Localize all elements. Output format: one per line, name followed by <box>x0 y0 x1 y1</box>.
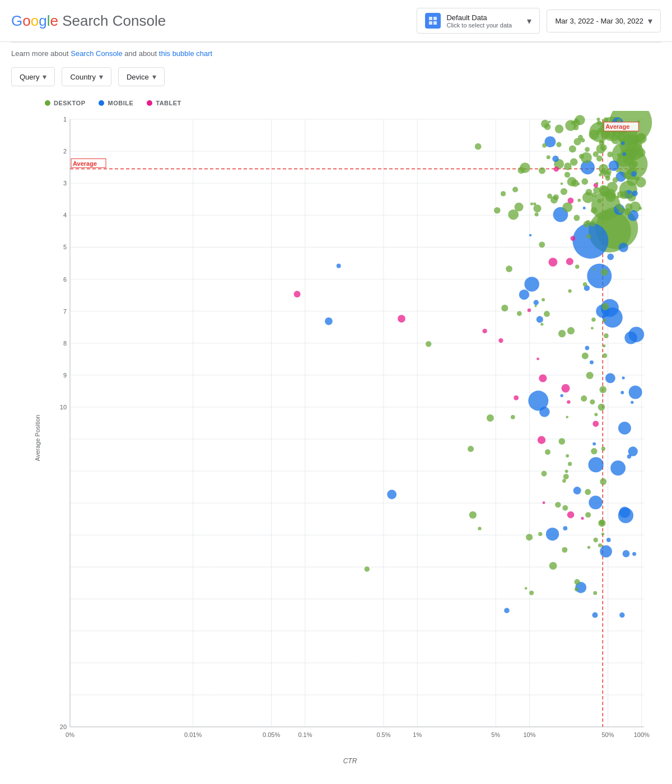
country-filter-button[interactable]: Country ▾ <box>62 67 111 86</box>
sub-header-text: Learn more about Search Console and abou… <box>11 49 212 58</box>
date-range-text: Mar 3, 2022 - Mar 30, 2022 <box>555 17 643 25</box>
logo-g: G <box>11 12 22 29</box>
filter-bar: Query ▾ Country ▾ Device ▾ <box>0 64 672 94</box>
data-selector-button[interactable]: Default Data Click to select your data ▾ <box>417 8 540 34</box>
device-filter-button[interactable]: Device ▾ <box>118 67 165 86</box>
svg-rect-3 <box>433 21 437 25</box>
svg-rect-1 <box>433 17 437 20</box>
legend-tablet-dot <box>147 100 152 106</box>
country-filter-arrow-icon: ▾ <box>99 72 103 81</box>
chart-wrapper: Average Position CTR <box>39 111 661 765</box>
data-selector-title: Default Data <box>446 13 521 22</box>
search-console-link[interactable]: Search Console <box>71 49 123 58</box>
data-selector-text: Default Data Click to select your data <box>446 13 521 29</box>
legend-tablet-label: TABLET <box>156 100 181 106</box>
x-axis-label: CTR <box>39 757 661 765</box>
chart-legend: DESKTOP MOBILE TABLET <box>45 100 661 106</box>
logo-text: Google <box>11 12 58 30</box>
header: Google Search Console Default Data Click… <box>0 0 672 42</box>
svg-rect-0 <box>429 17 432 20</box>
legend-mobile-dot <box>99 100 104 106</box>
bubble-chart-link[interactable]: this bubble chart <box>159 49 212 58</box>
header-controls: Default Data Click to select your data ▾… <box>417 8 661 34</box>
svg-rect-2 <box>429 21 432 25</box>
date-range-selector[interactable]: Mar 3, 2022 - Mar 30, 2022 ▾ <box>547 10 661 32</box>
data-selector-subtitle: Click to select your data <box>446 22 521 29</box>
logo-o1: o <box>22 12 30 29</box>
query-filter-label: Query <box>20 73 39 81</box>
logo-search-console: Search Console <box>58 12 166 30</box>
data-selector-arrow-icon: ▾ <box>527 16 531 26</box>
query-filter-button[interactable]: Query ▾ <box>11 67 55 86</box>
legend-tablet: TABLET <box>147 100 181 106</box>
logo-g2: g <box>39 12 46 29</box>
query-filter-arrow-icon: ▾ <box>43 72 46 81</box>
date-range-arrow-icon: ▾ <box>648 16 652 26</box>
legend-mobile-label: MOBILE <box>108 100 133 106</box>
legend-desktop-dot <box>45 100 50 106</box>
chart-area: DESKTOP MOBILE TABLET Average Position C… <box>0 94 672 782</box>
logo: Google Search Console <box>11 12 166 30</box>
bubble-chart-canvas <box>39 111 655 755</box>
y-axis-label: Average Position <box>34 415 41 461</box>
country-filter-label: Country <box>70 73 96 81</box>
logo-e: e <box>50 12 58 29</box>
device-filter-label: Device <box>127 73 149 81</box>
legend-desktop: DESKTOP <box>45 100 85 106</box>
sub-header: Learn more about Search Console and abou… <box>0 43 672 64</box>
data-selector-icon <box>425 13 441 29</box>
logo-o2: o <box>31 12 39 29</box>
legend-mobile: MOBILE <box>99 100 133 106</box>
device-filter-arrow-icon: ▾ <box>152 72 156 81</box>
legend-desktop-label: DESKTOP <box>54 100 85 106</box>
